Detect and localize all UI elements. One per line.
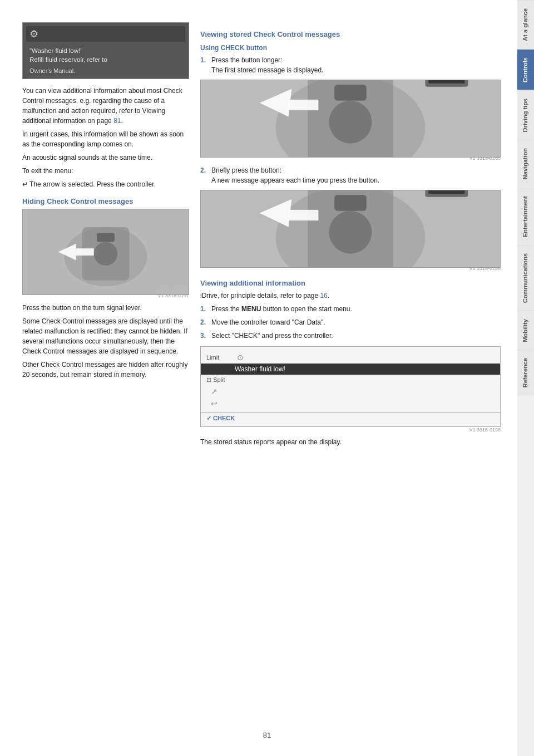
step-a: 1. Press the MENU button to open the sta… [200, 304, 501, 314]
step-a-num: 1. [200, 304, 208, 314]
warning-line1: "Washer fluid low!" [29, 47, 82, 54]
sidebar-tabs: At a glance Controls Driving tips Naviga… [517, 0, 534, 756]
svg-rect-6 [76, 248, 94, 256]
arrow-icon-2: ↩ [211, 399, 217, 408]
split-label: ⊡ Split [206, 376, 237, 384]
step2-image-svg [201, 190, 500, 268]
svg-point-3 [94, 242, 118, 266]
step-list-1: 1. Press the button longer: The first st… [200, 55, 501, 75]
warning-footer-text: Owner's Manual. [29, 67, 75, 74]
hiding-desc: Press the button on the turn signal leve… [22, 303, 189, 313]
svg-point-19 [329, 210, 372, 253]
right-column: Viewing stored Check Control messages Us… [200, 22, 501, 734]
step-2-num: 2. [200, 165, 208, 185]
menu-bold: MENU [241, 305, 261, 313]
image-watermark-2: V1234EFGH [469, 150, 498, 156]
hiding-image: V1234ABCD [22, 209, 189, 295]
limit-label: Limit [206, 354, 237, 361]
step-c: 3. Select "CHECK" and press the controll… [200, 331, 501, 341]
step1-image-svg [201, 80, 500, 158]
step-2: 2. Briefly press the button: A new messa… [200, 165, 501, 185]
image-watermark-3: V5678ABCD [469, 261, 498, 266]
svg-rect-24 [428, 190, 464, 194]
some-messages-text: Some Check Control messages are displaye… [22, 316, 189, 356]
step-b: 2. Move the controller toward "Car Data"… [200, 317, 501, 327]
step-1: 1. Press the button longer: The first st… [200, 55, 501, 75]
hiding-heading: Hiding Check Control messages [22, 197, 189, 205]
washer-value: Washer fluid low! [235, 365, 285, 373]
display-row-limit: Limit ⊙ [206, 351, 495, 364]
step-c-num: 3. [200, 331, 208, 341]
display-row-icon2: ↩ [206, 397, 495, 410]
step-b-num: 2. [200, 317, 208, 327]
display-row-split: ⊡ Split [206, 375, 495, 385]
sidebar-tab-entertainment[interactable]: Entertainment [517, 188, 534, 245]
acoustic-text: An acoustic signal sounds at the same ti… [22, 153, 189, 163]
intro-paragraph: You can view additional information abou… [22, 86, 189, 126]
page-number: 81 [256, 731, 278, 739]
limit-icon: ⊙ [237, 353, 244, 362]
svg-rect-13 [289, 99, 319, 110]
step2-image: V5678ABCD [200, 190, 501, 268]
display-row-washer: Washer fluid low! [201, 364, 500, 375]
using-check-heading: Using CHECK button [200, 44, 501, 52]
arrow-text: ↵ The arrow is selected. Press the contr… [22, 179, 189, 189]
viewing-additional-heading: Viewing additional information [200, 279, 501, 287]
step-1-main: Press the button longer: [211, 56, 282, 64]
sidebar-tab-controls[interactable]: Controls [517, 49, 534, 90]
step-list-2: 2. Briefly press the button: A new messa… [200, 165, 501, 185]
left-column: ⚙ "Washer fluid low!" Refill fluid reser… [22, 22, 189, 734]
warning-line2: Refill fluid reservoir, refer to [29, 56, 107, 63]
sidebar-tab-navigation[interactable]: Navigation [517, 140, 534, 187]
check-label: ✓ CHECK [206, 415, 235, 421]
sidebar-tab-mobility[interactable]: Mobility [517, 311, 534, 350]
warning-display-box: ⚙ "Washer fluid low!" Refill fluid reser… [22, 22, 189, 79]
sidebar-tab-at-a-glance[interactable]: At a glance [517, 0, 534, 49]
step1-image: V1234EFGH [200, 80, 501, 158]
hiding-image-svg [23, 209, 189, 295]
step-2-main: Briefly press the button: [211, 166, 281, 174]
svg-rect-15 [428, 80, 464, 84]
sidebar-tab-driving-tips[interactable]: Driving tips [517, 90, 534, 140]
additional-steps: 1. Press the MENU button to open the sta… [200, 304, 501, 341]
svg-rect-11 [334, 85, 367, 101]
image-watermark-1: V1234ABCD [158, 288, 186, 293]
img-caption-4: V1 3318-0198 [200, 427, 501, 433]
step-1-sub: The first stored message is displayed. [211, 66, 323, 74]
viewing-additional-intro: iDrive, for principle details, refer to … [200, 291, 501, 301]
step-1-text: Press the button longer: The first store… [211, 55, 323, 75]
svg-rect-22 [289, 209, 319, 220]
step-2-text: Briefly press the button: A new message … [211, 165, 379, 185]
arrow-icon-1: ↗ [211, 387, 217, 396]
svg-point-10 [329, 100, 372, 143]
check-display-box: Limit ⊙ Washer fluid low! ⊡ Split ↗ ↩ ✓ … [200, 346, 501, 427]
viewing-stored-heading: Viewing stored Check Control messages [200, 30, 501, 38]
step-a-text: Press the MENU button to open the start … [211, 304, 352, 314]
other-messages-text: Other Check Control messages are hidden … [22, 360, 189, 380]
sidebar-tab-communications[interactable]: Communications [517, 245, 534, 311]
washer-icon: ⚙ [29, 28, 38, 40]
svg-rect-4 [97, 233, 115, 242]
display-caption: The stored status reports appear on the … [200, 437, 501, 447]
step-2-sub: A new message appears each time you pres… [211, 176, 379, 184]
warning-footer: Owner's Manual. [26, 66, 185, 75]
step-b-text: Move the controller toward "Car Data". [211, 317, 325, 327]
sidebar-tab-reference[interactable]: Reference [517, 350, 534, 395]
warning-message: "Washer fluid low!" Refill fluid reservo… [26, 44, 185, 66]
step-c-text: Select "CHECK" and press the controller. [211, 331, 333, 341]
exit-text: To exit the menu: [22, 166, 189, 176]
urgent-text: In urgent cases, this information will b… [22, 129, 189, 149]
svg-rect-20 [334, 195, 367, 211]
step-1-num: 1. [200, 55, 208, 75]
page-ref-16[interactable]: 16 [320, 292, 327, 300]
display-row-icon1: ↗ [206, 385, 495, 397]
warning-header: ⚙ [26, 26, 185, 42]
page-ref-81[interactable]: 81 [113, 117, 121, 125]
